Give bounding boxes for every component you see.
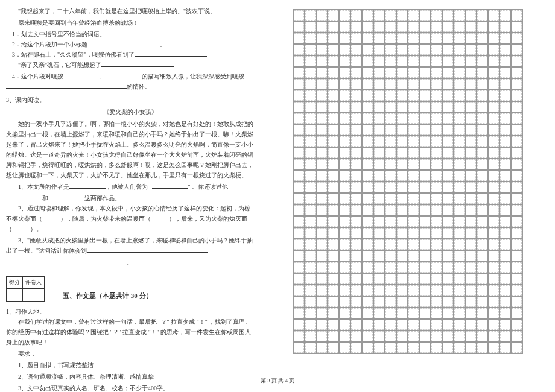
grid-cell[interactable] xyxy=(350,147,362,159)
grid-cell[interactable] xyxy=(488,159,500,170)
grid-cell[interactable] xyxy=(328,216,339,227)
grid-cell[interactable] xyxy=(465,124,477,136)
grid-cell[interactable] xyxy=(350,90,362,101)
grid-cell[interactable] xyxy=(396,319,408,330)
grid-cell[interactable] xyxy=(454,308,465,319)
grid-cell[interactable] xyxy=(408,136,419,147)
grid-cell[interactable] xyxy=(350,101,362,113)
grid-cell[interactable] xyxy=(305,204,316,216)
grid-cell[interactable] xyxy=(339,193,350,204)
grid-cell[interactable] xyxy=(465,319,477,330)
grid-cell[interactable] xyxy=(511,308,522,319)
grid-cell[interactable] xyxy=(431,262,442,273)
grid-cell[interactable] xyxy=(396,67,408,78)
grid-cell[interactable] xyxy=(465,227,477,239)
grid-cell[interactable] xyxy=(442,296,454,308)
grid-cell[interactable] xyxy=(511,330,522,342)
grid-cell[interactable] xyxy=(362,170,373,182)
grid-cell[interactable] xyxy=(454,250,465,262)
grid-cell[interactable] xyxy=(419,124,431,136)
grid-cell[interactable] xyxy=(419,250,431,262)
grid-cell[interactable] xyxy=(339,78,350,90)
grid-cell[interactable] xyxy=(408,308,419,319)
grid-cell[interactable] xyxy=(373,90,385,101)
grid-cell[interactable] xyxy=(339,124,350,136)
grid-cell[interactable] xyxy=(316,204,328,216)
grid-cell[interactable] xyxy=(373,44,385,55)
grid-cell[interactable] xyxy=(419,216,431,227)
grid-cell[interactable] xyxy=(316,136,328,147)
grid-cell[interactable] xyxy=(511,44,522,55)
grid-cell[interactable] xyxy=(396,182,408,193)
grid-cell[interactable] xyxy=(500,285,511,296)
grid-cell[interactable] xyxy=(419,44,431,55)
grid-cell[interactable] xyxy=(396,250,408,262)
grid-cell[interactable] xyxy=(362,250,373,262)
grid-cell[interactable] xyxy=(350,262,362,273)
grid-cell[interactable] xyxy=(350,227,362,239)
grid-cell[interactable] xyxy=(316,262,328,273)
grid-cell[interactable] xyxy=(373,21,385,33)
grid-cell[interactable] xyxy=(350,124,362,136)
grid-cell[interactable] xyxy=(316,33,328,44)
grid-cell[interactable] xyxy=(305,342,316,353)
grid-cell[interactable] xyxy=(431,147,442,159)
grid-cell[interactable] xyxy=(454,239,465,250)
grid-cell[interactable] xyxy=(511,193,522,204)
grid-cell[interactable] xyxy=(385,101,396,113)
grid-cell[interactable] xyxy=(442,342,454,353)
grid-cell[interactable] xyxy=(477,342,488,353)
grid-cell[interactable] xyxy=(477,78,488,90)
grid-cell[interactable] xyxy=(408,67,419,78)
grid-cell[interactable] xyxy=(339,101,350,113)
grid-cell[interactable] xyxy=(431,239,442,250)
grid-cell[interactable] xyxy=(328,204,339,216)
grid-cell[interactable] xyxy=(511,239,522,250)
grid-cell[interactable] xyxy=(396,342,408,353)
grid-cell[interactable] xyxy=(488,147,500,159)
grid-cell[interactable] xyxy=(350,216,362,227)
grid-cell[interactable] xyxy=(373,285,385,296)
grid-cell[interactable] xyxy=(339,330,350,342)
grid-cell[interactable] xyxy=(488,10,500,21)
grid-cell[interactable] xyxy=(465,170,477,182)
grid-cell[interactable] xyxy=(385,319,396,330)
grid-cell[interactable] xyxy=(293,296,305,308)
grid-cell[interactable] xyxy=(350,67,362,78)
grid-cell[interactable] xyxy=(408,216,419,227)
grid-cell[interactable] xyxy=(293,262,305,273)
grid-cell[interactable] xyxy=(293,342,305,353)
grid-cell[interactable] xyxy=(500,21,511,33)
grid-cell[interactable] xyxy=(362,193,373,204)
grid-cell[interactable] xyxy=(431,67,442,78)
grid-cell[interactable] xyxy=(408,273,419,285)
grid-cell[interactable] xyxy=(511,90,522,101)
grid-cell[interactable] xyxy=(442,67,454,78)
grid-cell[interactable] xyxy=(328,55,339,67)
grid-cell[interactable] xyxy=(350,239,362,250)
grid-cell[interactable] xyxy=(477,170,488,182)
grid-cell[interactable] xyxy=(373,239,385,250)
grid-cell[interactable] xyxy=(305,170,316,182)
grid-cell[interactable] xyxy=(305,239,316,250)
blank[interactable] xyxy=(135,51,207,57)
grid-cell[interactable] xyxy=(316,227,328,239)
grid-cell[interactable] xyxy=(431,78,442,90)
grid-cell[interactable] xyxy=(316,67,328,78)
grid-cell[interactable] xyxy=(293,227,305,239)
grid-cell[interactable] xyxy=(396,227,408,239)
grid-cell[interactable] xyxy=(431,90,442,101)
grid-cell[interactable] xyxy=(305,216,316,227)
grid-cell[interactable] xyxy=(500,204,511,216)
grid-cell[interactable] xyxy=(477,193,488,204)
grid-cell[interactable] xyxy=(385,113,396,124)
grid-cell[interactable] xyxy=(431,330,442,342)
grid-cell[interactable] xyxy=(350,55,362,67)
grid-cell[interactable] xyxy=(442,319,454,330)
grid-cell[interactable] xyxy=(339,273,350,285)
grid-cell[interactable] xyxy=(293,136,305,147)
grid-cell[interactable] xyxy=(488,182,500,193)
grid-cell[interactable] xyxy=(442,204,454,216)
grid-cell[interactable] xyxy=(454,262,465,273)
grid-cell[interactable] xyxy=(442,159,454,170)
